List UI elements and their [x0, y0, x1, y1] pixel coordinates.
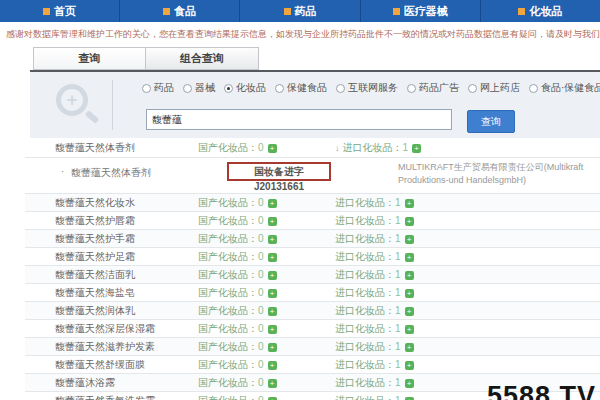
radio-食品·保健食品抽检[interactable]: 食品·保健食品抽检: [529, 81, 600, 95]
product-name-link[interactable]: 馥蕾蕴沐浴露: [55, 374, 115, 391]
expand-plus-icon[interactable]: +: [268, 271, 277, 280]
table-row: 馥蕾蕴天然护手霜国产化妆品：0+进口化妆品：1+: [25, 230, 600, 248]
product-name-link[interactable]: 馥蕾蕴天然舒缓面膜: [55, 356, 145, 373]
import-count: 1: [403, 142, 409, 153]
radio-互联网服务[interactable]: 互联网服务: [336, 81, 398, 95]
import-count-cell: 进口化妆品：1+: [335, 248, 414, 265]
expand-plus-icon[interactable]: +: [268, 199, 277, 208]
nav-bullet-icon: [393, 8, 400, 15]
nav-item-医疗器械[interactable]: 医疗器械: [361, 0, 481, 22]
import-count-cell: 进口化妆品：1+: [335, 194, 414, 211]
search-input[interactable]: [146, 109, 452, 130]
domestic-count-cell: 国产化妆品：0+: [198, 284, 277, 301]
import-count-cell: 进口化妆品：1+: [335, 284, 414, 301]
expand-plus-icon[interactable]: +: [268, 325, 277, 334]
expand-plus-icon[interactable]: +: [405, 235, 414, 244]
magnifier-handle-icon: [85, 110, 100, 124]
domestic-count-cell: 国产化妆品：0+: [198, 356, 277, 373]
table-row: 馥蕾蕴天然体香剂国产化妆品：0+↓进口化妆品：1+: [25, 138, 600, 158]
domestic-count-cell: 国产化妆品：0+: [198, 248, 277, 265]
radio-化妆品[interactable]: 化妆品: [224, 81, 266, 95]
radio-药品[interactable]: 药品: [142, 81, 174, 95]
notice-bar: 感谢对数据库管理和维护工作的关心，您在查看查询结果提示信息，如发现与企业所持药品…: [6, 28, 600, 41]
radio-circle-icon: [407, 84, 416, 93]
license-number-highlight: 国妆备进字J20131661: [227, 162, 331, 181]
nav-bullet-icon: [163, 8, 170, 15]
nav-item-首页[interactable]: 首页: [0, 0, 120, 22]
expand-plus-icon[interactable]: +: [405, 343, 414, 352]
product-name-link[interactable]: 馥蕾蕴天然护足霜: [55, 248, 135, 265]
expand-plus-icon[interactable]: +: [405, 253, 414, 262]
domestic-count: 0: [258, 215, 264, 226]
product-name-link[interactable]: 馥蕾蕴天然体香剂: [55, 138, 135, 157]
domestic-count-cell: 国产化妆品：0+: [198, 392, 277, 400]
expand-plus-icon[interactable]: +: [405, 307, 414, 316]
import-count-label: 进口化妆品：: [335, 305, 395, 316]
radio-label: 药品广告: [419, 81, 459, 95]
product-name-link[interactable]: 馥蕾蕴天然护手霜: [55, 230, 135, 247]
product-name-link[interactable]: 馥蕾蕴天然化妆水: [55, 194, 135, 211]
expand-plus-icon[interactable]: +: [268, 253, 277, 262]
radio-保健食品[interactable]: 保健食品: [275, 81, 327, 95]
expand-plus-icon[interactable]: +: [405, 217, 414, 226]
domestic-count-cell: 国产化妆品：0+: [198, 230, 277, 247]
expand-plus-icon[interactable]: +: [405, 325, 414, 334]
nav-item-食品[interactable]: 食品: [120, 0, 240, 22]
import-count-label: 进口化妆品：: [335, 377, 395, 388]
expand-plus-icon[interactable]: +: [268, 217, 277, 226]
expand-plus-icon[interactable]: +: [268, 343, 277, 352]
top-nav: 首页食品药品医疗器械化妆品: [0, 0, 600, 22]
domestic-count: 0: [258, 197, 264, 208]
nav-bullet-icon: [284, 8, 291, 15]
query-tabs: 查询组合查询: [33, 47, 259, 70]
expand-plus-icon[interactable]: +: [405, 379, 414, 388]
product-name-link[interactable]: 馥蕾蕴天然香氛洗发露: [55, 392, 155, 400]
product-name-link[interactable]: 馥蕾蕴天然深层保湿霜: [55, 320, 155, 337]
domestic-count: 0: [258, 305, 264, 316]
product-name-link[interactable]: 馥蕾蕴天然滋养护发素: [55, 338, 155, 355]
expand-plus-icon[interactable]: +: [405, 289, 414, 298]
table-row: 馥蕾蕴天然护足霜国产化妆品：0+进口化妆品：1+: [25, 248, 600, 266]
nav-item-label: 医疗器械: [404, 4, 448, 19]
expand-plus-icon[interactable]: +: [268, 307, 277, 316]
import-count: 1: [395, 251, 401, 262]
radio-circle-icon: [468, 84, 477, 93]
expand-plus-icon[interactable]: +: [405, 271, 414, 280]
product-name-link[interactable]: 馥蕾蕴天然润体乳: [55, 302, 135, 319]
product-name-link[interactable]: 馥蕾蕴天然护唇霜: [55, 212, 135, 229]
nav-item-化妆品[interactable]: 化妆品: [481, 0, 600, 22]
import-count-label: 进口化妆品：: [335, 269, 395, 280]
radio-器械[interactable]: 器械: [183, 81, 215, 95]
import-count-label: 进口化妆品：: [335, 233, 395, 244]
expanded-arrow-icon: ↓: [335, 143, 340, 153]
expand-plus-icon[interactable]: +: [268, 361, 277, 370]
expand-plus-icon[interactable]: +: [268, 235, 277, 244]
expand-plus-icon[interactable]: +: [405, 361, 414, 370]
expanded-detail-row: ·馥蕾蕴天然体香剂国妆备进字J20131661MULTIKRAFT生产贸易有限责…: [25, 158, 600, 194]
expand-plus-icon[interactable]: +: [268, 144, 277, 153]
domestic-count: 0: [258, 269, 264, 280]
search-button[interactable]: 查询: [467, 110, 515, 133]
tab-查询[interactable]: 查询: [33, 47, 146, 70]
expand-plus-icon[interactable]: +: [412, 144, 421, 153]
expand-plus-icon[interactable]: +: [268, 379, 277, 388]
radio-circle-icon: [336, 84, 345, 93]
radio-药品广告[interactable]: 药品广告: [407, 81, 459, 95]
table-row: 馥蕾蕴天然舒缓面膜国产化妆品：0+进口化妆品：1+: [25, 356, 600, 374]
radio-circle-icon: [224, 84, 233, 93]
import-count: 1: [395, 323, 401, 334]
import-count-label: 进口化妆品：: [335, 323, 395, 334]
expand-plus-icon[interactable]: +: [268, 289, 277, 298]
radio-label: 器械: [195, 81, 215, 95]
domestic-count: 0: [258, 341, 264, 352]
radio-circle-icon: [142, 84, 151, 93]
detail-product-link[interactable]: 馥蕾蕴天然体香剂: [71, 166, 151, 180]
domestic-count: 0: [258, 395, 264, 400]
product-name-link[interactable]: 馥蕾蕴天然海盐皂: [55, 284, 135, 301]
radio-circle-icon: [275, 84, 284, 93]
nav-item-药品[interactable]: 药品: [240, 0, 360, 22]
tab-组合查询[interactable]: 组合查询: [146, 47, 259, 70]
expand-plus-icon[interactable]: +: [405, 199, 414, 208]
radio-网上药店[interactable]: 网上药店: [468, 81, 520, 95]
product-name-link[interactable]: 馥蕾蕴天然洁面乳: [55, 266, 135, 283]
